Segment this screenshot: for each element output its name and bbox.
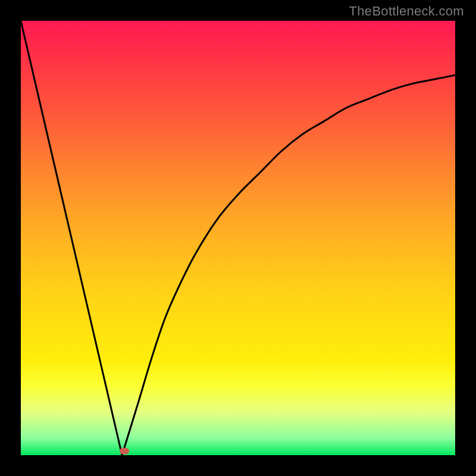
watermark-text: TheBottleneck.com (349, 4, 464, 19)
outer-frame: TheBottleneck.com (0, 0, 476, 476)
chart-svg (21, 21, 455, 455)
minimum-marker (120, 447, 129, 454)
left-line-series (21, 21, 122, 455)
right-curve-series (122, 75, 455, 455)
